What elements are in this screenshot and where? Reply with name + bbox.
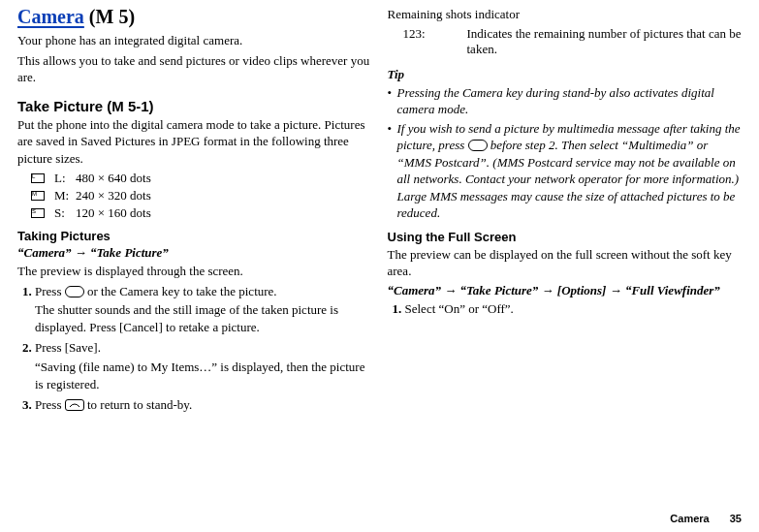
full-screen-steps: Select “On” or “Off”. [405, 300, 743, 318]
remaining-desc: Indicates the remaining number of pictur… [467, 26, 743, 57]
step-3-after: to return to stand-by. [87, 397, 192, 412]
end-key-icon [65, 399, 84, 411]
size-l-icon: L [31, 173, 45, 183]
full-screen-step-1: Select “On” or “Off”. [405, 300, 743, 318]
intro-line-1: Your phone has an integrated digital cam… [17, 32, 372, 49]
footer-page-number: 35 [730, 513, 742, 524]
step-2-sub: “Saving (file name) to My Items…” is dis… [35, 359, 372, 392]
size-l-label: L: [54, 171, 76, 186]
step-1-sub: The shutter sounds and the still image o… [35, 301, 372, 335]
step-3: Press to return to stand-by. [35, 396, 372, 414]
size-m-icon: M [31, 191, 45, 201]
size-s-label: S: [54, 205, 76, 221]
tip-list: Pressing the Camera key during stand-by … [388, 84, 743, 222]
take-picture-heading: Take Picture (M 5-1) [17, 98, 372, 114]
footer-label: Camera [670, 513, 709, 524]
intro-line-2: This allows you to take and send picture… [17, 52, 372, 86]
step-2: Press [Save]. “Saving (file name) to My … [35, 339, 372, 392]
tip-heading: Tip [388, 67, 743, 82]
full-screen-path: “Camera” → “Take Picture” → [Options] → … [388, 283, 743, 298]
size-row: L L: 480 × 640 dots [31, 171, 372, 186]
remaining-heading: Remaining shots indicator [388, 6, 743, 23]
step-2-main: Press [Save]. [35, 339, 372, 357]
picture-sizes-list: L L: 480 × 640 dots M M: 240 × 320 dots … [31, 171, 372, 221]
page-title-menu-ref: (M 5) [89, 6, 135, 27]
page-title-main: Camera [17, 6, 84, 27]
center-key-icon [65, 286, 84, 297]
page-title: Camera (M 5) [17, 6, 372, 28]
taking-pictures-heading: Taking Pictures [17, 229, 372, 243]
take-picture-desc: Put the phone into the digital camera mo… [17, 116, 372, 168]
size-m-label: M: [54, 188, 76, 203]
full-screen-heading: Using the Full Screen [388, 230, 743, 244]
step-1-before: Press [35, 284, 65, 298]
size-row: M M: 240 × 320 dots [31, 188, 372, 203]
size-s-icon: S [31, 208, 45, 218]
taking-pictures-steps: Press or the Camera key to take the pict… [35, 283, 372, 414]
step-1-after: or the Camera key to take the picture. [87, 284, 277, 298]
remaining-row: 123: Indicates the remaining number of p… [388, 26, 743, 57]
page-footer: Camera 35 [670, 513, 742, 524]
step-3-before: Press [35, 397, 65, 412]
full-screen-desc: The preview can be displayed on the full… [388, 246, 743, 280]
taking-pictures-preview: The preview is displayed through the scr… [17, 263, 372, 280]
size-l-value: 480 × 640 dots [76, 171, 151, 186]
size-m-value: 240 × 320 dots [76, 188, 151, 203]
remaining-label: 123: [388, 26, 467, 57]
step-1: Press or the Camera key to take the pict… [35, 283, 372, 336]
size-row: S S: 120 × 160 dots [31, 205, 372, 221]
center-key-icon [468, 140, 488, 151]
tip-item-1: Pressing the Camera key during stand-by … [388, 84, 743, 118]
taking-pictures-path: “Camera” → “Take Picture” [17, 245, 372, 261]
tip-item-2: If you wish to send a picture by multime… [388, 120, 743, 222]
size-s-value: 120 × 160 dots [76, 205, 151, 221]
